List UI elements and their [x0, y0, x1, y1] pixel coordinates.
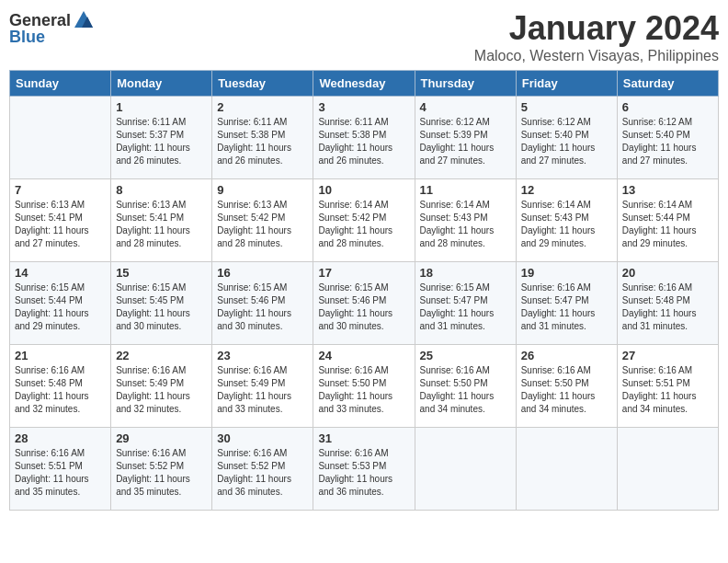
calendar-cell: 24Sunrise: 6:16 AMSunset: 5:50 PMDayligh…	[313, 345, 415, 428]
calendar-cell: 4Sunrise: 6:12 AMSunset: 5:39 PMDaylight…	[415, 97, 516, 179]
day-info: Sunrise: 6:16 AMSunset: 5:47 PMDaylight:…	[521, 282, 596, 331]
day-info: Sunrise: 6:14 AMSunset: 5:44 PMDaylight:…	[622, 200, 697, 248]
day-number: 18	[420, 266, 511, 280]
day-number: 17	[318, 266, 409, 280]
day-info: Sunrise: 6:15 AMSunset: 5:47 PMDaylight:…	[420, 282, 495, 331]
day-number: 15	[116, 266, 207, 280]
day-info: Sunrise: 6:15 AMSunset: 5:46 PMDaylight:…	[217, 282, 291, 331]
calendar-cell: 5Sunrise: 6:12 AMSunset: 5:40 PMDaylight…	[516, 97, 617, 179]
day-info: Sunrise: 6:16 AMSunset: 5:51 PMDaylight:…	[622, 365, 697, 414]
calendar-cell: 28Sunrise: 6:16 AMSunset: 5:51 PMDayligh…	[10, 428, 111, 511]
calendar-cell: 16Sunrise: 6:15 AMSunset: 5:46 PMDayligh…	[212, 262, 313, 345]
calendar-cell: 10Sunrise: 6:14 AMSunset: 5:42 PMDayligh…	[313, 179, 415, 262]
day-info: Sunrise: 6:12 AMSunset: 5:40 PMDaylight:…	[622, 117, 697, 166]
calendar-cell: 19Sunrise: 6:16 AMSunset: 5:47 PMDayligh…	[516, 262, 617, 345]
calendar-cell: 23Sunrise: 6:16 AMSunset: 5:49 PMDayligh…	[212, 345, 313, 428]
calendar-cell: 13Sunrise: 6:14 AMSunset: 5:44 PMDayligh…	[617, 179, 718, 262]
day-info: Sunrise: 6:16 AMSunset: 5:52 PMDaylight:…	[116, 448, 190, 497]
day-info: Sunrise: 6:16 AMSunset: 5:48 PMDaylight:…	[622, 282, 697, 331]
calendar-week-row: 21Sunrise: 6:16 AMSunset: 5:48 PMDayligh…	[10, 345, 719, 428]
logo-text: General Blue	[9, 9, 95, 47]
page-header: General Blue January 2024 Maloco, Wester…	[9, 9, 719, 64]
day-number: 11	[420, 183, 511, 197]
calendar-cell: 12Sunrise: 6:14 AMSunset: 5:43 PMDayligh…	[516, 179, 617, 262]
day-info: Sunrise: 6:16 AMSunset: 5:50 PMDaylight:…	[420, 365, 495, 414]
day-number: 27	[622, 349, 713, 362]
day-info: Sunrise: 6:11 AMSunset: 5:38 PMDaylight:…	[318, 117, 392, 166]
day-info: Sunrise: 6:12 AMSunset: 5:40 PMDaylight:…	[521, 117, 596, 166]
calendar-cell: 17Sunrise: 6:15 AMSunset: 5:46 PMDayligh…	[313, 262, 415, 345]
header-thursday: Thursday	[415, 71, 516, 97]
day-info: Sunrise: 6:12 AMSunset: 5:39 PMDaylight:…	[420, 117, 495, 166]
logo: General Blue	[9, 9, 95, 47]
header-tuesday: Tuesday	[212, 71, 313, 97]
calendar-cell: 21Sunrise: 6:16 AMSunset: 5:48 PMDayligh…	[10, 345, 111, 428]
calendar-cell: 6Sunrise: 6:12 AMSunset: 5:40 PMDaylight…	[617, 97, 718, 179]
day-number: 4	[420, 100, 511, 114]
day-info: Sunrise: 6:16 AMSunset: 5:50 PMDaylight:…	[318, 365, 392, 414]
day-number: 9	[217, 183, 308, 197]
calendar-cell: 31Sunrise: 6:16 AMSunset: 5:53 PMDayligh…	[313, 428, 415, 511]
day-number: 2	[217, 100, 308, 114]
day-number: 13	[622, 183, 713, 197]
title-block: January 2024 Maloco, Western Visayas, Ph…	[474, 9, 719, 64]
day-info: Sunrise: 6:16 AMSunset: 5:52 PMDaylight:…	[217, 448, 291, 497]
calendar-table: Sunday Monday Tuesday Wednesday Thursday…	[9, 70, 719, 511]
day-number: 1	[116, 100, 207, 114]
day-info: Sunrise: 6:11 AMSunset: 5:38 PMDaylight:…	[217, 117, 291, 166]
calendar-cell: 14Sunrise: 6:15 AMSunset: 5:44 PMDayligh…	[10, 262, 111, 345]
header-monday: Monday	[111, 71, 212, 97]
day-info: Sunrise: 6:11 AMSunset: 5:37 PMDaylight:…	[116, 117, 190, 166]
calendar-cell	[516, 428, 617, 511]
day-number: 12	[521, 183, 612, 197]
day-info: Sunrise: 6:16 AMSunset: 5:48 PMDaylight:…	[15, 365, 89, 414]
calendar-cell: 2Sunrise: 6:11 AMSunset: 5:38 PMDaylight…	[212, 97, 313, 179]
header-friday: Friday	[516, 71, 617, 97]
day-info: Sunrise: 6:14 AMSunset: 5:43 PMDaylight:…	[420, 200, 495, 248]
day-number: 8	[116, 183, 207, 197]
logo-icon	[73, 9, 95, 31]
calendar-title: January 2024	[474, 9, 719, 48]
day-number: 22	[116, 349, 207, 362]
day-number: 19	[521, 266, 612, 280]
calendar-cell	[415, 428, 516, 511]
day-info: Sunrise: 6:13 AMSunset: 5:42 PMDaylight:…	[217, 200, 291, 248]
calendar-cell: 25Sunrise: 6:16 AMSunset: 5:50 PMDayligh…	[415, 345, 516, 428]
day-number: 6	[622, 100, 713, 114]
day-info: Sunrise: 6:16 AMSunset: 5:50 PMDaylight:…	[521, 365, 596, 414]
day-info: Sunrise: 6:13 AMSunset: 5:41 PMDaylight:…	[116, 200, 190, 248]
day-number: 25	[420, 349, 511, 362]
calendar-cell: 1Sunrise: 6:11 AMSunset: 5:37 PMDaylight…	[111, 97, 212, 179]
calendar-cell: 20Sunrise: 6:16 AMSunset: 5:48 PMDayligh…	[617, 262, 718, 345]
calendar-cell: 22Sunrise: 6:16 AMSunset: 5:49 PMDayligh…	[111, 345, 212, 428]
day-number: 5	[521, 100, 612, 114]
calendar-cell: 9Sunrise: 6:13 AMSunset: 5:42 PMDaylight…	[212, 179, 313, 262]
header-wednesday: Wednesday	[313, 71, 415, 97]
calendar-week-row: 14Sunrise: 6:15 AMSunset: 5:44 PMDayligh…	[10, 262, 719, 345]
calendar-subtitle: Maloco, Western Visayas, Philippines	[474, 48, 719, 64]
calendar-cell: 18Sunrise: 6:15 AMSunset: 5:47 PMDayligh…	[415, 262, 516, 345]
day-info: Sunrise: 6:15 AMSunset: 5:45 PMDaylight:…	[116, 282, 190, 331]
calendar-week-row: 7Sunrise: 6:13 AMSunset: 5:41 PMDaylight…	[10, 179, 719, 262]
day-number: 3	[318, 100, 409, 114]
calendar-cell	[617, 428, 718, 511]
day-number: 26	[521, 349, 612, 362]
calendar-cell: 3Sunrise: 6:11 AMSunset: 5:38 PMDaylight…	[313, 97, 415, 179]
day-info: Sunrise: 6:16 AMSunset: 5:49 PMDaylight:…	[116, 365, 190, 414]
calendar-cell: 30Sunrise: 6:16 AMSunset: 5:52 PMDayligh…	[212, 428, 313, 511]
day-number: 10	[318, 183, 409, 197]
calendar-cell: 15Sunrise: 6:15 AMSunset: 5:45 PMDayligh…	[111, 262, 212, 345]
day-info: Sunrise: 6:15 AMSunset: 5:46 PMDaylight:…	[318, 282, 392, 331]
calendar-cell: 29Sunrise: 6:16 AMSunset: 5:52 PMDayligh…	[111, 428, 212, 511]
calendar-cell: 11Sunrise: 6:14 AMSunset: 5:43 PMDayligh…	[415, 179, 516, 262]
day-info: Sunrise: 6:16 AMSunset: 5:53 PMDaylight:…	[318, 448, 392, 497]
header-saturday: Saturday	[617, 71, 718, 97]
day-number: 31	[318, 431, 409, 445]
calendar-cell	[10, 97, 111, 179]
day-info: Sunrise: 6:14 AMSunset: 5:43 PMDaylight:…	[521, 200, 596, 248]
calendar-cell: 8Sunrise: 6:13 AMSunset: 5:41 PMDaylight…	[111, 179, 212, 262]
day-info: Sunrise: 6:16 AMSunset: 5:51 PMDaylight:…	[15, 448, 89, 497]
day-number: 28	[15, 431, 106, 445]
day-number: 30	[217, 431, 308, 445]
calendar-cell: 26Sunrise: 6:16 AMSunset: 5:50 PMDayligh…	[516, 345, 617, 428]
